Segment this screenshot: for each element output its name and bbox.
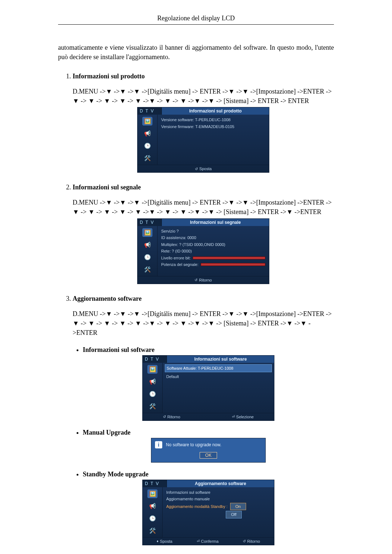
osd-title: Informazioni sul software (167, 356, 274, 363)
dialog-no-upgrade: i No software to upgrade now. OK (151, 438, 266, 463)
footer-label: Conferma (201, 539, 219, 543)
ok-button[interactable]: OK (200, 452, 217, 459)
osd-line: Servizio ? (161, 228, 265, 234)
osd-title: Informazioni sul prodotto (162, 107, 269, 115)
osd-signal-info: D T V Informazioni sul segnale 🖼️ 📢 🕒 🛠️… (137, 218, 269, 284)
info-icon: i (155, 441, 162, 448)
menu-item-option-row: Off (166, 511, 270, 518)
page: Regolazione del display LCD automaticame… (58, 15, 334, 554)
bar-label: Potenza del segnale: (161, 262, 199, 268)
audio-icon[interactable]: 📢 (147, 502, 158, 510)
footer-action: ↺ Ritorno (163, 415, 180, 419)
sub-title: Standby Mode upgrade (83, 471, 148, 478)
footer-label: Sposta (199, 167, 212, 171)
menu-item[interactable]: Aggiornamento manuale (166, 496, 270, 502)
osd-line: Rete: ? (ID 0000) (161, 248, 265, 254)
footer-label: Ritorno (247, 539, 260, 543)
osd-highlight-line[interactable]: Software Attuale: T-PERLDEUC-1008 (165, 364, 272, 373)
osd-sidebar: 🖼️ 📢 🕒 🛠️ (138, 226, 158, 276)
osd-software-upgrade: D T V Aggiornamento software 🖼️ 📢 🕒 🛠️ (142, 480, 274, 545)
footer-label: Selezione (236, 415, 254, 419)
osd-content: Software Attuale: T-PERLDEUC-1008 Defaul… (163, 363, 274, 413)
list-item: Aggiornamento software D.MENU ->▼ ->▼ ->… (73, 295, 334, 545)
footer-action: ⏎ Selezione (232, 415, 254, 419)
page-title: Regolazione del display LCD (58, 15, 334, 25)
osd-footer: ↺ Ritorno ⏎ Selezione (143, 413, 274, 420)
intro-paragraph: automaticamente e viene visualizzato il … (58, 43, 334, 62)
clock-icon[interactable]: 🕒 (142, 253, 152, 262)
return-icon: ↺ (163, 415, 166, 419)
return-icon: ↺ (195, 167, 198, 171)
osd-content: Versione software: T-PERLDEUC-1008 Versi… (158, 115, 269, 165)
osd-title: Informazioni sul segnale (162, 219, 269, 226)
footer-action: ↺ Sposta (195, 167, 212, 171)
osd-content: Informazioni sul software Aggiornamento … (163, 487, 274, 537)
osd-line: Versione firmware: T-EMMA2DEUB-0105 (161, 124, 265, 130)
osd-sidebar: 🖼️ 📢 🕒 🛠️ (143, 363, 163, 413)
sub-title: Manual Upgrade (83, 429, 131, 436)
sub-title: Informazioni sul software (83, 346, 155, 353)
nav-path: D.MENU ->▼ ->▼ ->▼ ->[Digitális menu] ->… (73, 309, 334, 337)
osd-footer: ↺ Ritorno (138, 276, 269, 284)
osd-title: Aggiornamento software (167, 480, 274, 487)
list-item: Informazioni sul prodotto D.MENU ->▼ ->▼… (73, 73, 334, 173)
sub-list: Informazioni sul software D T V Informaz… (73, 346, 334, 545)
footer-label: Ritorno (167, 415, 180, 419)
picture-icon[interactable]: 🖼️ (147, 489, 158, 498)
footer-action: ↺ Ritorno (195, 278, 212, 282)
setup-icon[interactable]: 🛠️ (147, 526, 158, 535)
picture-icon[interactable]: 🖼️ (147, 365, 158, 374)
enter-icon: ⏎ (232, 415, 235, 419)
audio-icon[interactable]: 📢 (142, 129, 152, 138)
picture-icon[interactable]: 🖼️ (142, 117, 152, 126)
menu-item-selected[interactable]: Aggiornamento modalità Standby : On (166, 503, 270, 510)
signal-strength-bar (201, 263, 265, 266)
picture-icon[interactable]: 🖼️ (142, 228, 152, 237)
menu-item-label: Aggiornamento modalità Standby : (166, 504, 228, 509)
osd-footer: ↺ Sposta (138, 165, 269, 172)
osd-content: Servizio ? ID assistenza: 0000 Multiplex… (158, 226, 269, 276)
osd-sidebar: 🖼️ 📢 🕒 🛠️ (143, 487, 163, 537)
option-on[interactable]: On (230, 503, 246, 510)
setup-icon[interactable]: 🛠️ (142, 154, 152, 163)
footer-label: Ritorno (199, 278, 212, 282)
sub-item: Informazioni sul software D T V Informaz… (83, 346, 334, 421)
audio-icon[interactable]: 📢 (142, 241, 152, 249)
enter-icon: ⏎ (197, 539, 200, 543)
footer-action: ⏎ Conferma (197, 539, 219, 543)
move-icon: ♦ (156, 539, 158, 543)
audio-icon[interactable]: 📢 (147, 377, 158, 386)
return-icon: ↺ (195, 278, 197, 282)
osd-line: Versione software: T-PERLDEUC-1008 (161, 117, 265, 123)
clock-icon[interactable]: 🕒 (147, 390, 158, 398)
nav-path: D.MENU ->▼ ->▼ ->▼ ->[Digitális menu] ->… (73, 198, 334, 217)
bit-error-bar (193, 257, 265, 259)
osd-tab: D T V (138, 107, 162, 115)
sub-item: Standby Mode upgrade D T V Aggiornamento… (83, 471, 334, 545)
main-list: Informazioni sul prodotto D.MENU ->▼ ->▼… (58, 73, 334, 545)
osd-tab: D T V (143, 356, 167, 363)
setup-icon[interactable]: 🛠️ (142, 265, 152, 274)
clock-icon[interactable]: 🕒 (147, 514, 158, 523)
footer-action: ↺ Ritorno (243, 539, 260, 543)
sub-item: Manual Upgrade i No software to upgrade … (83, 429, 334, 463)
item-title: Informazioni sul segnale (73, 184, 141, 191)
osd-line: ID assistenza: 0000 (161, 235, 265, 241)
osd-footer: ♦ Sposta ⏎ Conferma ↺ Ritorno (143, 537, 274, 545)
bit-error-row: Livello errore bit: (161, 255, 265, 261)
nav-path: D.MENU ->▼ ->▼ ->▼ ->[Digitális menu] ->… (73, 87, 334, 106)
option-off[interactable]: Off (226, 511, 242, 518)
item-title: Informazioni sul prodotto (73, 73, 145, 80)
footer-action: ♦ Sposta (156, 539, 172, 543)
dialog-message: No software to upgrade now. (166, 442, 221, 447)
setup-icon[interactable]: 🛠️ (147, 402, 158, 411)
list-item: Informazioni sul segnale D.MENU ->▼ ->▼ … (73, 184, 334, 284)
item-title: Aggiornamento software (73, 295, 142, 302)
clock-icon[interactable]: 🕒 (142, 141, 152, 150)
return-icon: ↺ (243, 539, 246, 543)
osd-line: Default (166, 374, 270, 380)
osd-product-info: D T V Informazioni sul prodotto 🖼️ 📢 🕒 🛠… (137, 107, 269, 173)
menu-item[interactable]: Informazioni sul software (166, 489, 270, 496)
footer-label: Sposta (160, 539, 172, 543)
osd-software-info: D T V Informazioni sul software 🖼️ 📢 🕒 🛠… (142, 355, 274, 421)
